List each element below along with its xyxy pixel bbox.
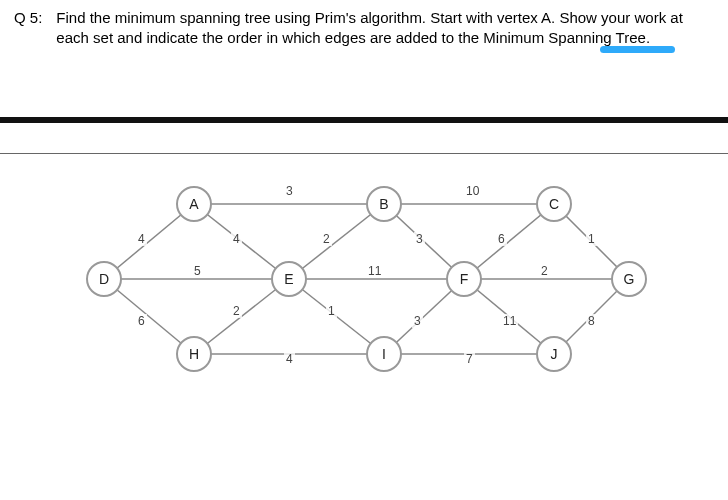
weight-d-e: 5 (192, 264, 203, 278)
node-label: I (382, 346, 386, 362)
node-label: C (549, 196, 559, 212)
weight-f-g: 2 (539, 264, 550, 278)
weight-a-e: 4 (231, 232, 242, 246)
node-label: E (284, 271, 293, 287)
node-i: I (366, 336, 402, 372)
highlight-mark (600, 46, 675, 53)
weight-e-f: 11 (366, 264, 383, 278)
weight-a-d: 4 (136, 232, 147, 246)
weight-c-f: 6 (496, 232, 507, 246)
node-e: E (271, 261, 307, 297)
weight-d-h: 6 (136, 314, 147, 328)
weight-h-i: 4 (284, 352, 295, 366)
weight-e-h: 2 (231, 304, 242, 318)
weight-f-i: 3 (412, 314, 423, 328)
node-d: D (86, 261, 122, 297)
weight-c-g: 1 (586, 232, 597, 246)
graph-figure: A B C D E F G H I J 3 10 4 4 2 3 6 1 5 1… (64, 174, 664, 384)
question-number: Q 5: (14, 8, 42, 49)
graph-edges (64, 174, 664, 384)
node-f: F (446, 261, 482, 297)
node-label: G (624, 271, 635, 287)
node-a: A (176, 186, 212, 222)
weight-g-j: 8 (586, 314, 597, 328)
node-label: J (551, 346, 558, 362)
node-h: H (176, 336, 212, 372)
node-j: J (536, 336, 572, 372)
node-label: B (379, 196, 388, 212)
weight-f-j: 11 (501, 314, 518, 328)
node-c: C (536, 186, 572, 222)
divider-thin (0, 153, 728, 154)
weight-b-e: 2 (321, 232, 332, 246)
node-g: G (611, 261, 647, 297)
divider-thick (0, 117, 728, 123)
weight-b-c: 10 (464, 184, 481, 198)
node-label: F (460, 271, 469, 287)
node-b: B (366, 186, 402, 222)
weight-e-i: 1 (326, 304, 337, 318)
node-label: A (189, 196, 198, 212)
weight-b-f: 3 (414, 232, 425, 246)
question-text: Find the minimum spanning tree using Pri… (56, 8, 714, 49)
node-label: H (189, 346, 199, 362)
node-label: D (99, 271, 109, 287)
weight-i-j: 7 (464, 352, 475, 366)
weight-a-b: 3 (284, 184, 295, 198)
